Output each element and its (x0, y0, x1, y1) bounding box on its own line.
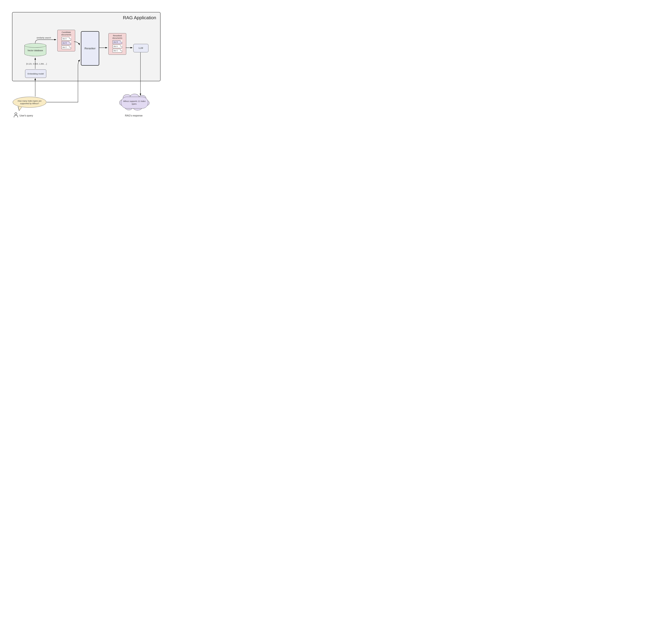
doc-item: doc C (113, 49, 122, 52)
candidate-documents-panel: Candidate documents doc A doc B doc C (57, 30, 75, 51)
rag-response-label: RAG's response (125, 114, 143, 117)
user-icon (13, 112, 18, 119)
vector-database: Vector database (24, 43, 46, 56)
reranker-label: Reranker (85, 47, 95, 50)
response-cloud: Milvus supports 11 Index types. (121, 97, 148, 108)
rag-application-panel: RAG Application Vector database [0.123, … (12, 12, 160, 81)
embedding-model-label: Embedding model (28, 73, 44, 75)
diagram-canvas: RAG Application Vector database [0.123, … (4, 4, 165, 128)
reranked-documents-title: Reranked documents (110, 35, 125, 39)
doc-item: doc B (113, 40, 122, 44)
embedding-vector-sample: [0.123, -0.823, 1.284, ...] (25, 63, 48, 65)
response-text: Milvus supports 11 Index types. (121, 100, 147, 105)
candidate-documents-title: Candidate documents (59, 31, 74, 36)
reranked-documents-panel: Reranked documents doc B doc A doc C (108, 33, 126, 55)
doc-item: doc C (62, 46, 71, 49)
embedding-model-box: Embedding model (25, 69, 46, 78)
user-query-text: How many Index types are supported by Mi… (15, 100, 44, 105)
llm-box: LLM (133, 44, 148, 52)
user-query-bubble: How many Index types are supported by Mi… (13, 97, 47, 107)
reranker-box: Reranker (81, 31, 99, 66)
similarity-search-label: similarity search (37, 37, 51, 39)
vector-database-label: Vector database (24, 49, 46, 52)
user-query-label: User's query (20, 114, 33, 117)
doc-item: doc B (62, 41, 71, 45)
doc-item: doc A (113, 44, 122, 48)
rag-title: RAG Application (123, 15, 156, 20)
svg-point-0 (15, 113, 17, 115)
llm-label: LLM (139, 47, 143, 50)
doc-item: doc A (62, 37, 71, 40)
